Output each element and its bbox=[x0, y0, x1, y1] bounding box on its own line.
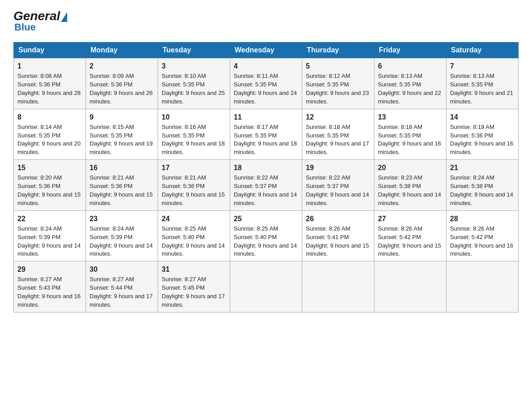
daylight-info: Daylight: 9 hours and 14 minutes. bbox=[162, 242, 225, 257]
calendar-week-row: 29Sunrise: 8:27 AMSunset: 5:43 PMDayligh… bbox=[14, 261, 519, 313]
sunrise-info: Sunrise: 8:12 AM bbox=[306, 73, 350, 79]
sunset-info: Sunset: 5:37 PM bbox=[306, 183, 349, 189]
day-number: 24 bbox=[162, 214, 226, 224]
calendar-cell: 14Sunrise: 8:19 AMSunset: 5:36 PMDayligh… bbox=[446, 109, 519, 160]
day-number: 26 bbox=[306, 214, 370, 224]
sunset-info: Sunset: 5:35 PM bbox=[450, 81, 493, 88]
day-number: 13 bbox=[378, 112, 442, 122]
calendar-cell bbox=[302, 261, 374, 313]
daylight-info: Daylight: 9 hours and 22 minutes. bbox=[378, 90, 441, 105]
sunrise-info: Sunrise: 8:15 AM bbox=[90, 124, 134, 130]
calendar-week-row: 1Sunrise: 8:08 AMSunset: 5:36 PMDaylight… bbox=[14, 58, 519, 109]
weekday-header-wednesday: Wednesday bbox=[230, 43, 302, 58]
sunset-info: Sunset: 5:43 PM bbox=[17, 284, 60, 291]
calendar-cell bbox=[230, 261, 302, 313]
calendar-week-row: 15Sunrise: 8:20 AMSunset: 5:36 PMDayligh… bbox=[14, 160, 519, 211]
weekday-header-monday: Monday bbox=[86, 43, 158, 58]
calendar-cell bbox=[374, 261, 446, 313]
day-number: 29 bbox=[17, 264, 82, 274]
sunset-info: Sunset: 5:39 PM bbox=[17, 234, 60, 240]
sunrise-info: Sunrise: 8:24 AM bbox=[90, 225, 134, 232]
day-number: 25 bbox=[234, 214, 298, 224]
calendar-cell: 21Sunrise: 8:24 AMSunset: 5:38 PMDayligh… bbox=[446, 160, 519, 211]
calendar-cell: 31Sunrise: 8:27 AMSunset: 5:45 PMDayligh… bbox=[158, 261, 230, 313]
calendar-cell: 20Sunrise: 8:23 AMSunset: 5:38 PMDayligh… bbox=[374, 160, 446, 211]
day-number: 5 bbox=[306, 61, 370, 71]
sunrise-info: Sunrise: 8:13 AM bbox=[450, 73, 494, 79]
daylight-info: Daylight: 9 hours and 15 minutes. bbox=[306, 242, 369, 257]
sunset-info: Sunset: 5:42 PM bbox=[450, 234, 493, 240]
sunset-info: Sunset: 5:40 PM bbox=[162, 234, 205, 240]
sunrise-info: Sunrise: 8:26 AM bbox=[378, 225, 422, 232]
day-number: 6 bbox=[378, 61, 442, 71]
sunset-info: Sunset: 5:37 PM bbox=[234, 183, 277, 189]
day-number: 28 bbox=[450, 214, 515, 224]
daylight-info: Daylight: 9 hours and 18 minutes. bbox=[234, 140, 297, 155]
daylight-info: Daylight: 9 hours and 23 minutes. bbox=[306, 90, 369, 105]
logo: General Blue bbox=[13, 9, 67, 33]
day-number: 22 bbox=[17, 214, 82, 224]
day-number: 2 bbox=[90, 61, 154, 71]
calendar-cell: 18Sunrise: 8:22 AMSunset: 5:37 PMDayligh… bbox=[230, 160, 302, 211]
sunset-info: Sunset: 5:38 PM bbox=[378, 183, 421, 189]
calendar-cell: 15Sunrise: 8:20 AMSunset: 5:36 PMDayligh… bbox=[14, 160, 86, 211]
sunrise-info: Sunrise: 8:27 AM bbox=[162, 276, 206, 283]
daylight-info: Daylight: 9 hours and 14 minutes. bbox=[90, 242, 153, 257]
sunrise-info: Sunrise: 8:09 AM bbox=[90, 73, 134, 79]
daylight-info: Daylight: 9 hours and 16 minutes. bbox=[450, 140, 513, 155]
daylight-info: Daylight: 9 hours and 16 minutes. bbox=[450, 242, 513, 257]
daylight-info: Daylight: 9 hours and 19 minutes. bbox=[90, 140, 153, 155]
sunrise-info: Sunrise: 8:26 AM bbox=[450, 225, 494, 232]
day-number: 31 bbox=[162, 264, 226, 274]
sunrise-info: Sunrise: 8:19 AM bbox=[450, 124, 494, 130]
day-number: 15 bbox=[17, 163, 82, 173]
day-number: 27 bbox=[378, 214, 442, 224]
sunrise-info: Sunrise: 8:10 AM bbox=[162, 73, 206, 79]
daylight-info: Daylight: 9 hours and 14 minutes. bbox=[378, 191, 441, 206]
weekday-header-sunday: Sunday bbox=[14, 43, 86, 58]
weekday-header-friday: Friday bbox=[374, 43, 446, 58]
calendar-cell: 13Sunrise: 8:18 AMSunset: 5:35 PMDayligh… bbox=[374, 109, 446, 160]
daylight-info: Daylight: 9 hours and 18 minutes. bbox=[162, 140, 225, 155]
sunrise-info: Sunrise: 8:21 AM bbox=[162, 174, 206, 181]
calendar-cell: 1Sunrise: 8:08 AMSunset: 5:36 PMDaylight… bbox=[14, 58, 86, 109]
sunset-info: Sunset: 5:45 PM bbox=[162, 284, 205, 291]
sunrise-info: Sunrise: 8:22 AM bbox=[306, 174, 350, 181]
sunset-info: Sunset: 5:44 PM bbox=[90, 284, 133, 291]
day-number: 20 bbox=[378, 163, 442, 173]
calendar-cell: 6Sunrise: 8:13 AMSunset: 5:35 PMDaylight… bbox=[374, 58, 446, 109]
day-number: 8 bbox=[17, 112, 82, 122]
daylight-info: Daylight: 9 hours and 14 minutes. bbox=[306, 191, 369, 206]
daylight-info: Daylight: 9 hours and 25 minutes. bbox=[162, 90, 225, 105]
daylight-info: Daylight: 9 hours and 17 minutes. bbox=[306, 140, 369, 155]
calendar-cell: 23Sunrise: 8:24 AMSunset: 5:39 PMDayligh… bbox=[86, 210, 158, 261]
calendar-cell: 17Sunrise: 8:21 AMSunset: 5:36 PMDayligh… bbox=[158, 160, 230, 211]
logo-blue-text: Blue bbox=[13, 21, 36, 33]
sunrise-info: Sunrise: 8:22 AM bbox=[234, 174, 278, 181]
sunrise-info: Sunrise: 8:16 AM bbox=[162, 124, 206, 130]
calendar-cell: 4Sunrise: 8:11 AMSunset: 5:35 PMDaylight… bbox=[230, 58, 302, 109]
day-number: 21 bbox=[450, 163, 515, 173]
calendar-cell: 19Sunrise: 8:22 AMSunset: 5:37 PMDayligh… bbox=[302, 160, 374, 211]
sunset-info: Sunset: 5:41 PM bbox=[306, 234, 349, 240]
day-number: 16 bbox=[90, 163, 154, 173]
calendar-cell: 25Sunrise: 8:25 AMSunset: 5:40 PMDayligh… bbox=[230, 210, 302, 261]
daylight-info: Daylight: 9 hours and 15 minutes. bbox=[90, 191, 153, 206]
calendar-cell: 11Sunrise: 8:17 AMSunset: 5:35 PMDayligh… bbox=[230, 109, 302, 160]
daylight-info: Daylight: 9 hours and 28 minutes. bbox=[17, 90, 81, 105]
daylight-info: Daylight: 9 hours and 15 minutes. bbox=[162, 191, 225, 206]
sunrise-info: Sunrise: 8:18 AM bbox=[306, 124, 350, 130]
sunset-info: Sunset: 5:35 PM bbox=[162, 81, 205, 88]
sunrise-info: Sunrise: 8:21 AM bbox=[90, 174, 134, 181]
sunset-info: Sunset: 5:36 PM bbox=[90, 81, 133, 88]
sunset-info: Sunset: 5:35 PM bbox=[306, 81, 349, 88]
sunrise-info: Sunrise: 8:17 AM bbox=[234, 124, 278, 130]
calendar-cell bbox=[446, 261, 519, 313]
sunrise-info: Sunrise: 8:14 AM bbox=[17, 124, 62, 130]
sunset-info: Sunset: 5:36 PM bbox=[17, 183, 60, 189]
day-number: 19 bbox=[306, 163, 370, 173]
calendar-cell: 5Sunrise: 8:12 AMSunset: 5:35 PMDaylight… bbox=[302, 58, 374, 109]
calendar-cell: 10Sunrise: 8:16 AMSunset: 5:35 PMDayligh… bbox=[158, 109, 230, 160]
daylight-info: Daylight: 9 hours and 20 minutes. bbox=[17, 140, 81, 155]
sunset-info: Sunset: 5:35 PM bbox=[306, 132, 349, 139]
